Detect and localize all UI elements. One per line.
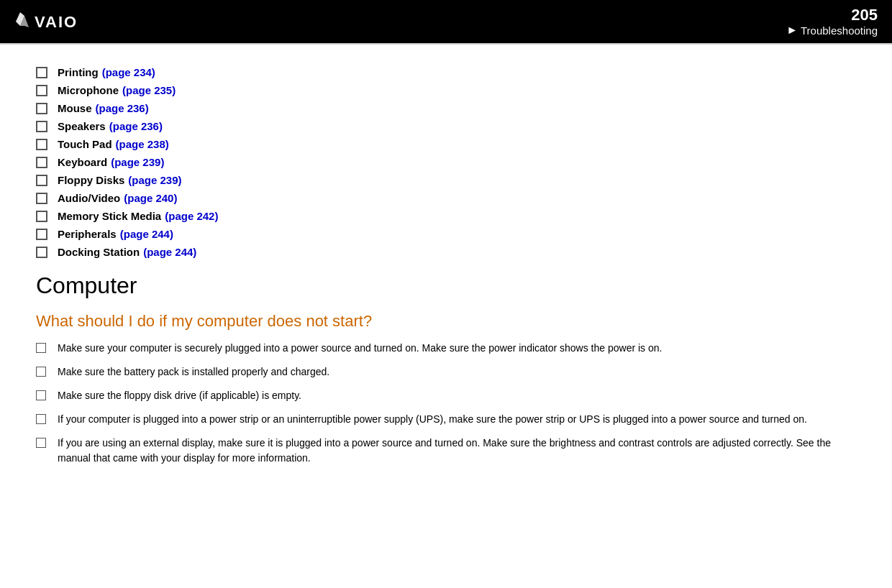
menu-link-9[interactable]: (page 244) xyxy=(120,228,173,240)
body-text-3: If your computer is plugged into a power… xyxy=(58,412,856,427)
menu-checkbox-1 xyxy=(36,85,47,96)
menu-list-item: Peripherals (page 244) xyxy=(36,228,856,240)
menu-list-item: Microphone (page 235) xyxy=(36,84,856,96)
body-checkbox-4 xyxy=(36,438,46,448)
header-page-info: 205 ► Troubleshooting xyxy=(786,6,878,37)
body-list-item: Make sure the battery pack is installed … xyxy=(36,364,856,380)
body-text-2: Make sure the floppy disk drive (if appl… xyxy=(58,388,856,403)
menu-link-3[interactable]: (page 236) xyxy=(109,120,163,132)
body-list-item: If your computer is plugged into a power… xyxy=(36,412,856,427)
page-number: 205 xyxy=(851,6,878,24)
main-content: Printing (page 234) Microphone (page 235… xyxy=(0,45,892,489)
sub-section-heading: What should I do if my computer does not… xyxy=(36,312,856,331)
body-checkbox-3 xyxy=(36,414,46,424)
body-checkbox-0 xyxy=(36,343,46,353)
menu-label-8: Memory Stick Media xyxy=(58,210,161,222)
body-list-item: If you are using an external display, ma… xyxy=(36,436,856,466)
menu-checkbox-7 xyxy=(36,193,47,204)
header-section-title: Troubleshooting xyxy=(801,24,878,37)
menu-link-10[interactable]: (page 244) xyxy=(143,246,196,258)
menu-list-item: Keyboard (page 239) xyxy=(36,156,856,168)
menu-link-1[interactable]: (page 235) xyxy=(122,84,176,96)
body-text-1: Make sure the battery pack is installed … xyxy=(58,364,856,380)
menu-checkbox-4 xyxy=(36,139,47,150)
menu-label-6: Floppy Disks xyxy=(58,174,124,186)
body-checkbox-1 xyxy=(36,367,46,377)
menu-list-item: Printing (page 234) xyxy=(36,66,856,78)
menu-label-5: Keyboard xyxy=(58,156,107,168)
menu-checkbox-10 xyxy=(36,247,47,258)
menu-label-3: Speakers xyxy=(58,120,106,132)
menu-link-8[interactable]: (page 242) xyxy=(165,210,218,222)
chevron-icon: ► xyxy=(786,24,798,37)
menu-link-2[interactable]: (page 236) xyxy=(96,102,149,114)
menu-link-0[interactable]: (page 234) xyxy=(102,66,155,78)
menu-label-9: Peripherals xyxy=(58,228,117,240)
menu-list-item: Touch Pad (page 238) xyxy=(36,138,856,150)
menu-link-4[interactable]: (page 238) xyxy=(116,138,169,150)
menu-label-2: Mouse xyxy=(58,102,92,114)
menu-checkbox-3 xyxy=(36,121,47,132)
svg-text:VAIO: VAIO xyxy=(35,13,78,31)
body-list: Make sure your computer is securely plug… xyxy=(36,341,856,466)
menu-label-1: Microphone xyxy=(58,84,119,96)
menu-checkbox-2 xyxy=(36,103,47,114)
menu-checkbox-8 xyxy=(36,211,47,222)
menu-checkbox-5 xyxy=(36,157,47,168)
body-checkbox-2 xyxy=(36,390,46,400)
menu-label-7: Audio/Video xyxy=(58,192,120,204)
computer-section-heading: Computer xyxy=(36,272,856,299)
menu-label-4: Touch Pad xyxy=(58,138,112,150)
topic-list: Printing (page 234) Microphone (page 235… xyxy=(36,66,856,258)
menu-link-6[interactable]: (page 239) xyxy=(128,174,181,186)
menu-link-7[interactable]: (page 240) xyxy=(124,192,177,204)
menu-checkbox-0 xyxy=(36,67,47,78)
page-header: VAIO 205 ► Troubleshooting xyxy=(0,0,892,43)
menu-list-item: Speakers (page 236) xyxy=(36,120,856,132)
menu-list-item: Floppy Disks (page 239) xyxy=(36,174,856,186)
menu-list-item: Docking Station (page 244) xyxy=(36,246,856,258)
menu-label-0: Printing xyxy=(58,66,99,78)
body-text-0: Make sure your computer is securely plug… xyxy=(58,341,856,356)
vaio-logo: VAIO xyxy=(14,9,101,35)
body-text-4: If you are using an external display, ma… xyxy=(58,436,856,466)
menu-list-item: Audio/Video (page 240) xyxy=(36,192,856,204)
menu-checkbox-9 xyxy=(36,229,47,240)
body-list-item: Make sure your computer is securely plug… xyxy=(36,341,856,356)
menu-link-5[interactable]: (page 239) xyxy=(111,156,164,168)
menu-list-item: Mouse (page 236) xyxy=(36,102,856,114)
menu-list-item: Memory Stick Media (page 242) xyxy=(36,210,856,222)
body-list-item: Make sure the floppy disk drive (if appl… xyxy=(36,388,856,403)
menu-checkbox-6 xyxy=(36,175,47,186)
menu-label-10: Docking Station xyxy=(58,246,140,258)
